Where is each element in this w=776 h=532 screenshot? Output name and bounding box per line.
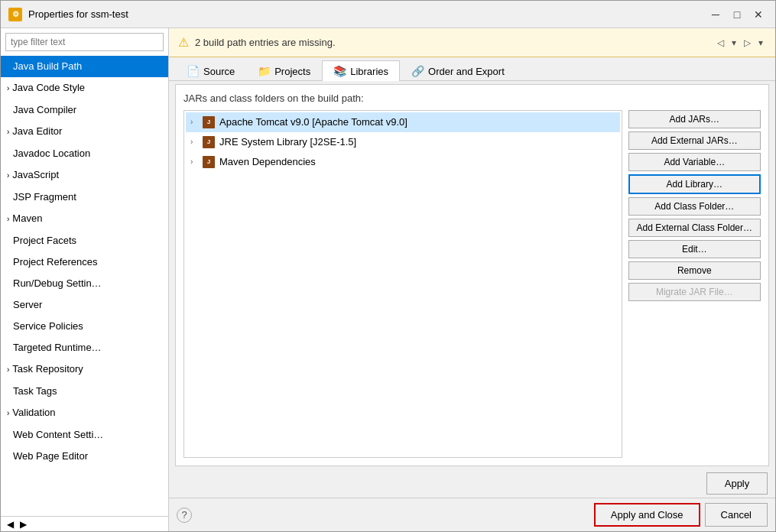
main-content: Java Build Path ›Java Code Style Java Co…: [1, 28, 775, 531]
list-item[interactable]: › J Maven Dependencies: [186, 152, 620, 172]
sidebar-item-web-page-editor[interactable]: Web Page Editor: [1, 446, 168, 467]
properties-window: ⚙ Properties for ssm-test ─ □ ✕ Java Bui…: [0, 0, 776, 532]
warning-nav: ◁ ▾ ▷ ▾: [714, 36, 766, 50]
filter-input[interactable]: [5, 33, 164, 51]
arrow-icon: ›: [7, 211, 9, 228]
sidebar-item-task-repository[interactable]: ›Task Repository: [1, 358, 168, 381]
arrow-icon: ›: [7, 362, 9, 378]
sidebar-item-java-editor[interactable]: ›Java Editor: [1, 121, 168, 143]
expand-arrow-icon: ›: [190, 135, 198, 150]
arrow-icon: ›: [7, 80, 9, 97]
libraries-tab-icon: 📚: [333, 65, 346, 77]
library-buttons: Add JARs… Add External JARs… Add Variabl…: [628, 110, 761, 458]
sidebar-back-button[interactable]: ◀: [4, 519, 17, 530]
migrate-jar-button[interactable]: Migrate JAR File…: [628, 283, 761, 301]
content-area: JARs and class folders on the build path…: [175, 84, 769, 466]
jar-icon: J: [203, 116, 215, 128]
sidebar-item-java-build-path[interactable]: Java Build Path: [1, 56, 168, 77]
title-bar-left: ⚙ Properties for ssm-test: [8, 8, 128, 21]
sidebar-item-project-facets[interactable]: Project Facets: [1, 230, 168, 251]
sidebar-item-java-compiler[interactable]: Java Compiler: [1, 99, 168, 121]
content-label: JARs and class folders on the build path…: [183, 92, 761, 104]
warning-icon: ⚠: [178, 35, 189, 50]
window-icon: ⚙: [8, 8, 22, 21]
expand-arrow-icon: ›: [190, 115, 198, 130]
sidebar-item-javascript[interactable]: ›JavaScript: [1, 164, 168, 187]
maximize-button[interactable]: □: [728, 7, 746, 22]
sidebar-item-targeted-runtime[interactable]: Targeted Runtime…: [1, 337, 168, 358]
sidebar-forward-button[interactable]: ▶: [17, 519, 30, 530]
tab-source[interactable]: 📄 Source: [175, 60, 246, 81]
arrow-icon: ›: [7, 124, 9, 141]
sidebar-item-web-content-settings[interactable]: Web Content Setti…: [1, 424, 168, 446]
sidebar-nav: ◀ ▶: [1, 516, 168, 531]
sidebar-item-server[interactable]: Server: [1, 294, 168, 316]
add-jars-button[interactable]: Add JARs…: [628, 110, 761, 128]
warning-text: 2 build path entries are missing.: [195, 37, 336, 48]
library-list: › J Apache Tomcat v9.0 [Apache Tomcat v9…: [183, 110, 622, 458]
window-title: Properties for ssm-test: [28, 8, 128, 20]
sidebar: Java Build Path ›Java Code Style Java Co…: [1, 28, 169, 531]
sidebar-item-javadoc-location[interactable]: Javadoc Location: [1, 143, 168, 164]
title-controls: ─ □ ✕: [706, 7, 768, 22]
cancel-button[interactable]: Cancel: [705, 503, 768, 527]
add-library-button[interactable]: Add Library…: [628, 174, 761, 194]
sidebar-item-service-policies[interactable]: Service Policies: [1, 316, 168, 337]
arrow-icon: ›: [7, 167, 9, 184]
edit-button[interactable]: Edit…: [628, 240, 761, 258]
right-panel: ⚠ 2 build path entries are missing. ◁ ▾ …: [169, 28, 775, 531]
minimize-button[interactable]: ─: [706, 7, 725, 22]
arrow-icon: ›: [7, 405, 9, 422]
tab-libraries[interactable]: 📚 Libraries: [322, 60, 400, 81]
sidebar-item-jsp-fragment[interactable]: JSP Fragment: [1, 187, 168, 208]
help-area: ? Apply and Close Cancel: [169, 498, 775, 531]
sidebar-item-java-code-style[interactable]: ›Java Code Style: [1, 77, 168, 99]
add-external-class-folder-button[interactable]: Add External Class Folder…: [628, 219, 761, 237]
sidebar-item-maven[interactable]: ›Maven: [1, 208, 168, 230]
warning-next-button[interactable]: ▷: [741, 36, 754, 50]
libraries-area: › J Apache Tomcat v9.0 [Apache Tomcat v9…: [183, 110, 761, 458]
source-tab-icon: 📄: [187, 65, 200, 77]
warning-left: ⚠ 2 build path entries are missing.: [178, 35, 336, 50]
sidebar-item-project-references[interactable]: Project References: [1, 251, 168, 273]
apply-row: Apply: [169, 469, 775, 498]
apply-and-close-button[interactable]: Apply and Close: [594, 503, 700, 527]
add-class-folder-button[interactable]: Add Class Folder…: [628, 197, 761, 216]
sidebar-item-task-tags[interactable]: Task Tags: [1, 381, 168, 402]
close-button[interactable]: ✕: [749, 7, 768, 22]
list-item[interactable]: › J Apache Tomcat v9.0 [Apache Tomcat v9…: [186, 112, 620, 132]
sidebar-list: Java Build Path ›Java Code Style Java Co…: [1, 56, 168, 516]
sidebar-item-run-debug-settings[interactable]: Run/Debug Settin…: [1, 273, 168, 294]
jar-icon: J: [203, 156, 215, 168]
warning-dropdown-button[interactable]: ▾: [729, 36, 739, 50]
order-export-tab-icon: 🔗: [411, 65, 424, 77]
tab-projects[interactable]: 📁 Projects: [246, 60, 322, 81]
list-item[interactable]: › J JRE System Library [J2SE-1.5]: [186, 132, 620, 152]
add-variable-button[interactable]: Add Variable…: [628, 153, 761, 171]
warning-bar: ⚠ 2 build path entries are missing. ◁ ▾ …: [169, 28, 775, 57]
expand-arrow-icon: ›: [190, 154, 198, 170]
warning-next-dropdown-button[interactable]: ▾: [755, 36, 766, 50]
remove-button[interactable]: Remove: [628, 261, 761, 280]
add-external-jars-button[interactable]: Add External JARs…: [628, 131, 761, 150]
projects-tab-icon: 📁: [258, 65, 271, 77]
jar-icon: J: [203, 136, 215, 148]
apply-button[interactable]: Apply: [706, 472, 768, 495]
help-button[interactable]: ?: [177, 508, 192, 523]
warning-prev-button[interactable]: ◁: [714, 36, 727, 50]
tabs-bar: 📄 Source 📁 Projects 📚 Libraries 🔗 Order …: [169, 57, 775, 81]
tab-order-and-export[interactable]: 🔗 Order and Export: [400, 60, 516, 81]
dialog-buttons: Apply and Close Cancel: [594, 503, 768, 527]
sidebar-item-validation[interactable]: ›Validation: [1, 402, 168, 424]
title-bar: ⚙ Properties for ssm-test ─ □ ✕: [1, 1, 775, 28]
